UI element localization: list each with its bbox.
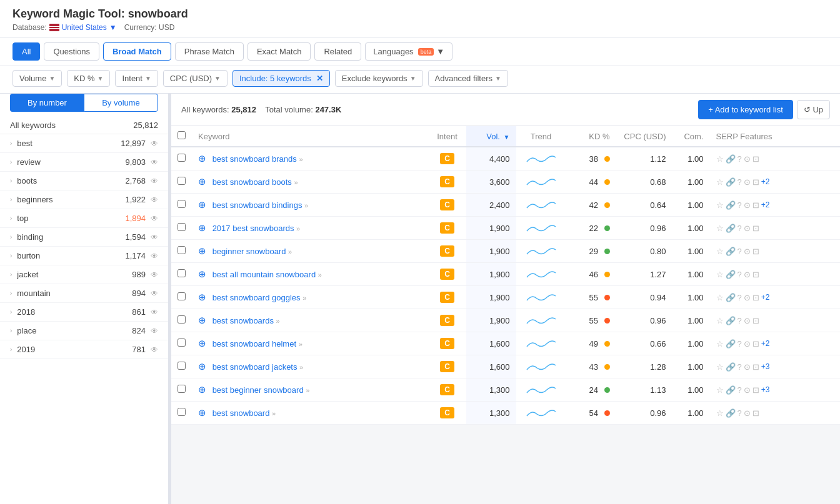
add-keyword-button[interactable]: ⊕: [198, 245, 206, 257]
select-all-header[interactable]: [171, 126, 192, 147]
sidebar-item[interactable]: › mountain 894 👁: [0, 284, 168, 303]
star-icon[interactable]: ☆: [716, 224, 724, 233]
question-icon[interactable]: ?: [738, 385, 742, 395]
com-header[interactable]: Com.: [672, 126, 710, 147]
question-icon[interactable]: ?: [738, 339, 742, 348]
sidebar-item[interactable]: › place 824 👁: [0, 322, 168, 340]
image-icon[interactable]: ⊡: [752, 247, 759, 256]
star-icon[interactable]: ☆: [716, 200, 724, 210]
serp-more[interactable]: +3: [761, 362, 770, 371]
by-number-button[interactable]: By number: [10, 94, 84, 112]
link-icon[interactable]: 🔗: [726, 270, 736, 279]
tab-questions[interactable]: Questions: [44, 42, 99, 61]
image-icon[interactable]: ⊡: [752, 408, 759, 418]
keyword-link[interactable]: best snowboard brands: [212, 154, 297, 164]
star-icon[interactable]: ☆: [716, 293, 724, 302]
link-icon[interactable]: 🔗: [726, 362, 736, 372]
link-icon[interactable]: 🔗: [726, 293, 736, 302]
star-icon[interactable]: ☆: [716, 270, 724, 279]
add-keyword-button[interactable]: ⊕: [198, 361, 206, 372]
trend-header[interactable]: Trend: [516, 126, 566, 147]
close-icon[interactable]: ✕: [316, 74, 323, 83]
exclude-filter[interactable]: Exclude keywords ▼: [335, 70, 423, 87]
sidebar-item[interactable]: › 2018 861 👁: [0, 303, 168, 322]
circle-icon[interactable]: ⊙: [744, 270, 751, 279]
add-keyword-button[interactable]: ⊕: [198, 153, 206, 164]
question-icon[interactable]: ?: [738, 177, 742, 187]
row-checkbox[interactable]: [178, 315, 186, 324]
tab-all[interactable]: All: [12, 42, 40, 61]
row-checkbox-cell[interactable]: [171, 217, 192, 240]
kd-header[interactable]: KD %: [566, 126, 616, 147]
question-icon[interactable]: ?: [738, 362, 742, 372]
eye-icon[interactable]: 👁: [151, 270, 158, 279]
circle-icon[interactable]: ⊙: [744, 200, 751, 210]
question-icon[interactable]: ?: [738, 408, 742, 418]
sidebar-item[interactable]: › boots 2,768 👁: [0, 172, 168, 190]
circle-icon[interactable]: ⊙: [744, 247, 751, 256]
eye-icon[interactable]: 👁: [151, 195, 158, 204]
question-icon[interactable]: ?: [738, 224, 742, 233]
row-checkbox[interactable]: [178, 223, 186, 231]
sidebar-item[interactable]: › burton 1,174 👁: [0, 247, 168, 265]
serp-more[interactable]: +2: [761, 177, 770, 186]
sidebar-item[interactable]: › jacket 989 👁: [0, 265, 168, 284]
sidebar-item[interactable]: › top 1,894 👁: [0, 209, 168, 228]
intent-header[interactable]: Intent: [429, 126, 466, 147]
row-checkbox-cell[interactable]: [171, 309, 192, 332]
include-filter[interactable]: Include: 5 keywords ✕: [232, 70, 330, 87]
add-keyword-button[interactable]: ⊕: [198, 315, 206, 326]
eye-icon[interactable]: 👁: [151, 252, 158, 260]
tab-exact-match[interactable]: Exact Match: [248, 42, 311, 61]
keyword-link[interactable]: best snowboard goggles: [212, 293, 301, 302]
link-icon[interactable]: 🔗: [726, 247, 736, 256]
languages-dropdown[interactable]: Languages beta ▼: [365, 42, 452, 61]
star-icon[interactable]: ☆: [716, 362, 724, 372]
row-checkbox[interactable]: [178, 292, 186, 300]
star-icon[interactable]: ☆: [716, 154, 724, 164]
row-checkbox[interactable]: [178, 385, 186, 393]
keyword-link[interactable]: best snowboard bindings: [212, 200, 302, 210]
serp-more[interactable]: +2: [761, 339, 770, 348]
circle-icon[interactable]: ⊙: [744, 385, 751, 395]
tab-related[interactable]: Related: [314, 42, 361, 61]
volume-filter[interactable]: Volume ▼: [12, 70, 62, 87]
star-icon[interactable]: ☆: [716, 385, 724, 395]
eye-icon[interactable]: 👁: [151, 177, 158, 185]
keyword-link[interactable]: 2017 best snowboards: [212, 224, 294, 233]
sidebar-item[interactable]: › binding 1,594 👁: [0, 228, 168, 247]
row-checkbox[interactable]: [178, 200, 186, 208]
add-keyword-button[interactable]: ⊕: [198, 269, 206, 280]
row-checkbox-cell[interactable]: [171, 332, 192, 355]
circle-icon[interactable]: ⊙: [744, 154, 751, 164]
image-icon[interactable]: ⊡: [752, 339, 759, 348]
keyword-header[interactable]: Keyword: [192, 126, 429, 147]
star-icon[interactable]: ☆: [716, 408, 724, 418]
question-icon[interactable]: ?: [738, 270, 742, 279]
star-icon[interactable]: ☆: [716, 316, 724, 325]
keyword-link[interactable]: best all mountain snowboard: [212, 270, 316, 279]
keyword-link[interactable]: best beginner snowboard: [212, 385, 304, 395]
add-to-keyword-list-button[interactable]: + Add to keyword list: [698, 100, 793, 119]
serp-more[interactable]: +2: [761, 293, 770, 302]
add-keyword-button[interactable]: ⊕: [198, 338, 206, 349]
add-keyword-button[interactable]: ⊕: [198, 384, 206, 395]
star-icon[interactable]: ☆: [716, 247, 724, 256]
serp-more[interactable]: +3: [761, 385, 770, 394]
serp-more[interactable]: +2: [761, 200, 770, 209]
circle-icon[interactable]: ⊙: [744, 177, 751, 187]
volume-header[interactable]: Vol. ▼: [466, 126, 516, 147]
row-checkbox[interactable]: [178, 154, 186, 162]
serp-header[interactable]: SERP Features: [710, 126, 840, 147]
link-icon[interactable]: 🔗: [726, 200, 736, 210]
row-checkbox-cell[interactable]: [171, 378, 192, 402]
link-icon[interactable]: 🔗: [726, 339, 736, 348]
refresh-button[interactable]: ↺ Up: [797, 100, 830, 119]
add-keyword-button[interactable]: ⊕: [198, 407, 206, 418]
star-icon[interactable]: ☆: [716, 339, 724, 348]
question-icon[interactable]: ?: [738, 247, 742, 256]
question-icon[interactable]: ?: [738, 200, 742, 210]
link-icon[interactable]: 🔗: [726, 177, 736, 187]
question-icon[interactable]: ?: [738, 316, 742, 325]
row-checkbox[interactable]: [178, 338, 186, 347]
